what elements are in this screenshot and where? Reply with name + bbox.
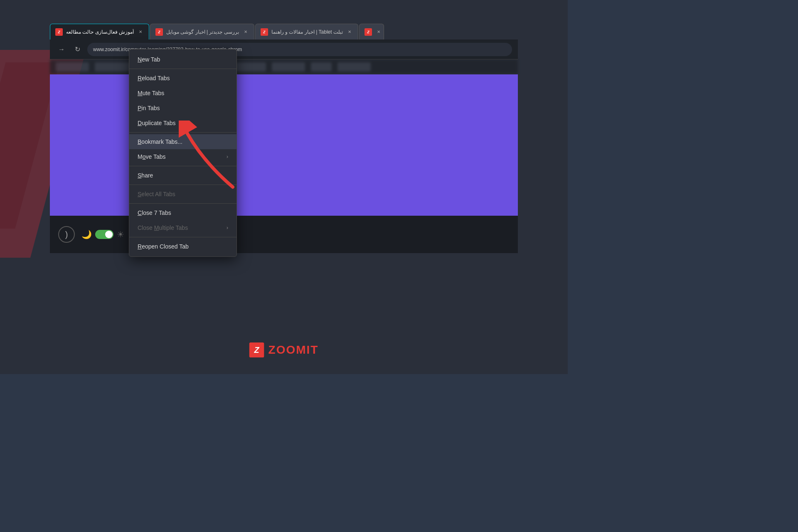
footer-brand-text: ZOOMIT [268,343,319,357]
context-menu: New Tab Reload Tabs Mute Tabs Pin Tabs D… [129,49,237,257]
tab-close-button[interactable]: ✕ [137,29,144,35]
menu-item-close-multiple-tabs[interactable]: Close Multiple Tabs › [129,220,236,235]
tab-bar: Z آموزش فعال‌سازی حالت مطالعه ✕ Z بررسی … [50,21,518,39]
menu-separator-2 [129,132,236,133]
menu-item-select-all-tabs: Select All Tabs [129,187,236,202]
move-tabs-chevron-icon: › [227,154,228,160]
tab-title: آموزش فعال‌سازی حالت مطالعه [66,29,134,35]
menu-item-pin-tabs[interactable]: Pin Tabs [129,101,236,116]
browser-window: Z آموزش فعال‌سازی حالت مطالعه ✕ Z بررسی … [50,21,518,253]
tab-4[interactable]: Z ✕ [359,24,384,39]
menu-item-close-multiple-tabs-label: Close Multiple Tabs [138,224,188,231]
reload-button[interactable]: ↻ [71,44,83,55]
svg-text:Z: Z [254,345,260,355]
tab-close-button-3[interactable]: ✕ [346,29,353,35]
circle-control[interactable]: ) [58,226,75,243]
browser-toolbar: → ↻ www.zoomit.ir/computer-learning/3377… [50,39,518,59]
menu-item-reload-tabs[interactable]: Reload Tabs [129,71,236,86]
tab-close-button-4[interactable]: ✕ [375,29,382,35]
bottom-controls: ) 🌙 ☀ [50,216,518,253]
menu-item-duplicate-tabs-label: Duplicate Tabs [138,120,176,126]
sun-icon: ☀ [117,229,124,239]
bookmark-bar [50,59,518,74]
close-multiple-chevron-icon: › [227,225,228,231]
menu-item-new-tab-label: New Tab [138,56,160,63]
menu-separator-6 [129,237,236,237]
menu-item-bookmark-tabs-label: Bookmark Tabs... [138,138,182,145]
tab-title-3: تبلت Tablet | اخبار مقالات و راهنما [271,29,343,35]
menu-separator-4 [129,185,236,185]
tab-active[interactable]: Z آموزش فعال‌سازی حالت مطالعه ✕ [50,24,149,39]
menu-item-duplicate-tabs[interactable]: Duplicate Tabs [129,116,236,131]
bookmark-item-1 [56,62,89,71]
menu-separator-5 [129,203,236,204]
tab-title-2: بررسی جدیدتر | اخبار گوشی موبایل [166,29,239,35]
tab-favicon-3: Z [261,28,268,36]
menu-item-reopen-closed-tab-label: Reopen Closed Tab [138,243,189,250]
menu-item-move-tabs-label: Move Tabs [138,153,165,160]
tab-close-button-2[interactable]: ✕ [242,29,249,35]
menu-item-move-tabs[interactable]: Move Tabs › [129,149,236,164]
menu-item-pin-tabs-label: Pin Tabs [138,105,160,111]
menu-separator-1 [129,69,236,69]
moon-icon: 🌙 [81,229,92,239]
menu-item-reload-tabs-label: Reload Tabs [138,75,170,81]
menu-item-reopen-closed-tab[interactable]: Reopen Closed Tab [129,239,236,254]
tab-favicon-4: Z [365,28,372,36]
theme-toggle-switch[interactable] [95,230,113,239]
menu-item-close-7-tabs-label: Close 7 Tabs [138,209,171,216]
bookmark-item-6 [272,62,305,71]
menu-item-mute-tabs[interactable]: Mute Tabs [129,86,236,101]
page-content [50,74,518,216]
menu-separator-3 [129,166,236,166]
menu-item-share[interactable]: Share [129,168,236,183]
menu-item-new-tab[interactable]: New Tab [129,52,236,67]
bookmark-item-8 [337,62,371,71]
menu-item-share-label: Share [138,172,153,179]
menu-item-close-7-tabs[interactable]: Close 7 Tabs [129,205,236,220]
zoomit-logo-icon: Z [249,342,264,357]
tab-3[interactable]: Z تبلت Tablet | اخبار مقالات و راهنما ✕ [255,24,358,39]
menu-item-mute-tabs-label: Mute Tabs [138,90,164,96]
tab-2[interactable]: Z بررسی جدیدتر | اخبار گوشی موبایل ✕ [150,24,254,39]
back-button[interactable]: → [56,44,67,55]
tab-favicon-2: Z [155,28,163,36]
footer: Z ZOOMIT [249,342,319,357]
tab-favicon: Z [55,28,63,36]
menu-item-bookmark-tabs[interactable]: Bookmark Tabs... [129,134,236,149]
menu-item-select-all-tabs-label: Select All Tabs [138,191,175,197]
bookmark-item-7 [311,62,332,71]
theme-toggle-group: 🌙 ☀ [81,229,124,239]
